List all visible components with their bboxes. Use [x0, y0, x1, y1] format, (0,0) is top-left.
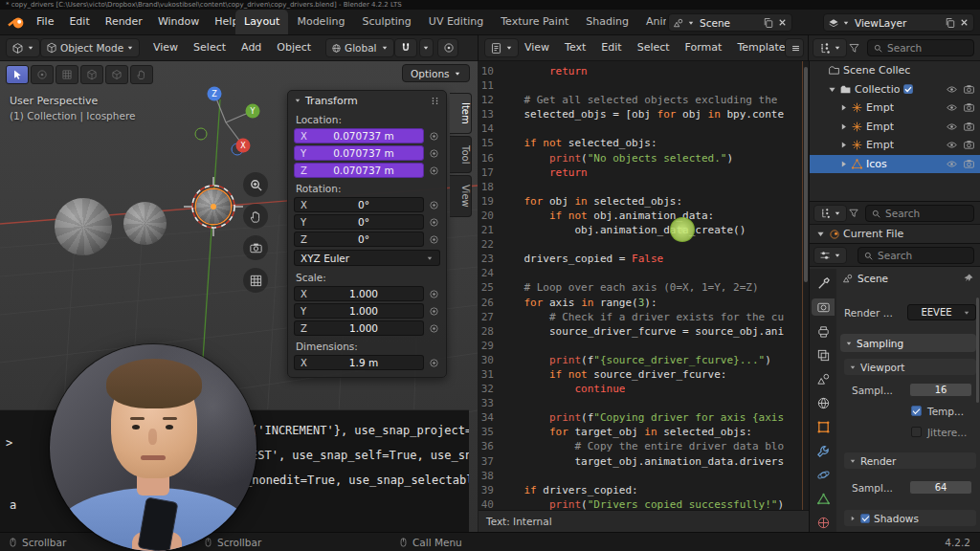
orthographic-toggle-button[interactable] — [243, 268, 268, 293]
tool-button[interactable] — [56, 65, 78, 84]
workspace-tab-uv-editing[interactable]: UV Editing — [420, 10, 492, 34]
decorator-icon[interactable] — [428, 165, 440, 177]
decorator-icon[interactable] — [428, 199, 440, 211]
menu-window[interactable]: Window — [150, 10, 207, 34]
sidebar-tab-item[interactable]: Item — [450, 93, 472, 134]
eye-icon[interactable] — [946, 158, 958, 170]
decorator-icon[interactable] — [428, 233, 440, 246]
outliner2-search-input[interactable]: Search — [865, 205, 974, 222]
shadows-subsection-header[interactable]: Shadows — [844, 510, 976, 526]
workspace-tab-layout[interactable]: Layout — [235, 10, 288, 34]
eye-icon[interactable] — [946, 121, 958, 133]
rotation-y-field[interactable]: Y0° — [294, 214, 424, 230]
text-menu-text[interactable]: Text — [557, 35, 593, 61]
scene-properties-tab[interactable] — [812, 370, 835, 387]
menu-file[interactable]: File — [29, 10, 61, 34]
camera-icon[interactable] — [963, 83, 975, 96]
close-icon[interactable] — [959, 17, 969, 28]
code-area[interactable]: 10 return1112 # Get all selected objects… — [479, 64, 801, 512]
properties-search-input[interactable]: Search — [858, 247, 974, 264]
viewport-menu-view[interactable]: View — [145, 35, 186, 61]
camera-icon[interactable] — [963, 121, 975, 133]
grip-icon[interactable] — [430, 96, 440, 106]
outliner-row-empt[interactable]: Empt — [810, 118, 980, 137]
object-properties-tab[interactable] — [812, 418, 835, 435]
new-viewlayer-icon[interactable] — [945, 17, 956, 29]
decorator-icon[interactable] — [428, 288, 440, 300]
output-properties-tab[interactable] — [812, 322, 835, 340]
decorator-icon[interactable] — [428, 147, 440, 160]
properties-scrollbar[interactable] — [976, 298, 979, 403]
tool-properties-tab[interactable] — [812, 275, 835, 292]
select-tool-button[interactable] — [6, 65, 29, 84]
text-editor-type-button[interactable] — [484, 38, 519, 57]
tool-button[interactable] — [105, 65, 128, 84]
decorator-icon[interactable] — [428, 357, 440, 369]
outliner-editor-type-button[interactable] — [813, 38, 847, 57]
text-menu-select[interactable]: Select — [630, 35, 678, 61]
options-button[interactable]: Options — [402, 64, 470, 82]
sidebar-tab-view[interactable]: View — [450, 175, 472, 217]
rotation-x-field[interactable]: X0° — [294, 197, 424, 212]
text-menu-format[interactable]: Format — [678, 35, 730, 61]
scale-y-field[interactable]: Y1.000 — [294, 303, 424, 319]
blender-logo-icon[interactable] — [7, 13, 26, 32]
sampling-section-header[interactable]: Sampling — [840, 334, 976, 352]
decorator-icon[interactable] — [428, 216, 440, 229]
filter-icon[interactable] — [848, 208, 859, 219]
outliner-search-input[interactable]: Search — [867, 39, 974, 56]
workspace-tab-anima[interactable]: Anima — [637, 10, 666, 34]
location-z-field[interactable]: Z0.070737 m — [294, 163, 424, 178]
text-menu-view[interactable]: View — [517, 35, 557, 61]
workspace-tab-shading[interactable]: Shading — [577, 10, 637, 34]
shadows-checkbox[interactable] — [860, 514, 870, 523]
viewport-subsection-header[interactable]: Viewport — [844, 359, 976, 375]
outliner-row-icos[interactable]: Icos — [810, 155, 980, 174]
navigation-gizmo[interactable]: Z Y X — [189, 82, 266, 159]
snap-toggle-button[interactable] — [394, 38, 417, 57]
tool-button[interactable] — [130, 65, 153, 84]
data-properties-tab[interactable] — [812, 490, 835, 507]
rotation-z-field[interactable]: Z0° — [294, 231, 424, 247]
sidebar-tab-tool[interactable]: Tool — [450, 136, 472, 173]
workspace-tab-texture-paint[interactable]: Texture Paint — [492, 10, 577, 34]
properties-editor-type-button[interactable] — [813, 247, 847, 264]
camera-view-button[interactable] — [243, 235, 268, 260]
menu-render[interactable]: Render — [98, 10, 150, 34]
outliner-row-scene-collec[interactable]: Scene Collec — [810, 61, 980, 80]
decorator-icon[interactable] — [428, 305, 440, 318]
orientation-dropdown[interactable]: Global — [325, 38, 394, 57]
tool-button[interactable] — [31, 65, 54, 84]
physics-properties-tab[interactable] — [812, 466, 835, 483]
material-properties-tab[interactable] — [812, 514, 835, 531]
render-engine-dropdown[interactable]: EEVEE — [907, 304, 976, 320]
viewlayer-properties-tab[interactable] — [812, 346, 835, 364]
new-scene-icon[interactable] — [763, 17, 774, 29]
snap-options-button[interactable] — [419, 38, 434, 57]
temporal-checkbox[interactable] — [911, 406, 922, 416]
text-menu-edit[interactable]: Edit — [593, 35, 629, 61]
location-x-field[interactable]: X0.070737 m — [294, 128, 424, 143]
collection-checkbox[interactable] — [902, 83, 914, 95]
camera-icon[interactable] — [963, 158, 975, 170]
current-file-row[interactable]: Current File — [810, 225, 980, 243]
outliner-row-empt[interactable]: Empt — [810, 136, 980, 155]
eye-icon[interactable] — [946, 101, 958, 114]
scale-z-field[interactable]: Z1.000 — [294, 320, 424, 336]
rotation-mode-dropdown[interactable]: XYZ Euler — [294, 250, 440, 266]
workspace-tab-modeling[interactable]: Modeling — [288, 10, 353, 34]
eye-icon[interactable] — [946, 139, 958, 151]
location-y-field[interactable]: Y0.070737 m — [294, 145, 424, 161]
render-samples-field[interactable]: 64 — [909, 480, 972, 495]
chevron-down-icon[interactable] — [294, 97, 301, 104]
zoom-button[interactable] — [243, 172, 268, 197]
workspace-tab-sculpting[interactable]: Sculpting — [353, 10, 419, 34]
outliner-row-empt[interactable]: Empt — [810, 99, 980, 118]
dimensions-x-field[interactable]: X1.9 m — [294, 355, 424, 370]
icosphere-object[interactable] — [55, 198, 112, 255]
close-icon[interactable] — [777, 17, 788, 28]
pan-button[interactable] — [243, 204, 268, 229]
render-properties-tab[interactable] — [812, 298, 835, 316]
viewlayer-selector[interactable]: ViewLayer — [823, 13, 974, 32]
jittered-checkbox[interactable] — [911, 427, 922, 437]
